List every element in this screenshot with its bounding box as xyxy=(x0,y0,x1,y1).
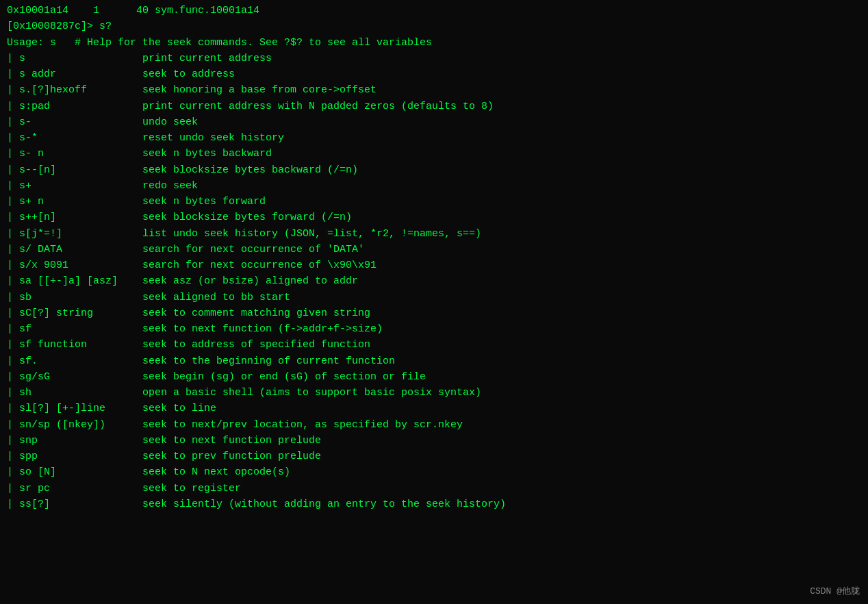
terminal: 0x10001a14 1 40 sym.func.10001a14 [0x100… xyxy=(0,0,868,604)
line-s: | s print current address xyxy=(3,51,868,66)
line-s-nb: | s--[n] seek blocksize bytes backward (… xyxy=(3,162,868,178)
line-sr: | sr pc seek to register xyxy=(3,481,868,496)
line-s-pad: | s:pad print current address with N pad… xyxy=(3,99,868,114)
line-sg: | sg/sG seek begin (sg) or end (sG) of s… xyxy=(3,369,868,385)
line-s-plusn: | s+ n seek n bytes forward xyxy=(3,194,868,210)
line-sfdot: | sf. seek to the beginning of current f… xyxy=(3,353,868,369)
line-prompt: [0x10008287c]> s? xyxy=(3,18,868,34)
line-sdata: | s/ DATA search for next occurrence of … xyxy=(3,242,868,257)
line-sx: | s/x 9091 search for next occurrence of… xyxy=(3,257,868,273)
line-sl: | sl[?] [+-]line seek to line xyxy=(3,401,868,416)
line-sjson: | s[j*=!] list undo seek history (JSON, … xyxy=(3,226,868,242)
line-sa: | sa [[+-]a] [asz] seek asz (or bsize) a… xyxy=(3,273,868,289)
line-s-minus: | s- undo seek xyxy=(3,114,868,130)
line-ss: | ss[?] seek silently (without adding an… xyxy=(3,496,868,512)
line-sh: | sh open a basic shell (aims to support… xyxy=(3,385,868,401)
line-addr: 0x10001a14 1 40 sym.func.10001a14 xyxy=(3,3,868,18)
line-usage: Usage: s # Help for the seek commands. S… xyxy=(3,35,868,51)
watermark: CSDN @他胧 xyxy=(810,585,860,599)
line-s-star: | s-* reset undo seek history xyxy=(3,130,868,146)
line-s-plusp: | s++[n] seek blocksize bytes forward (/… xyxy=(3,210,868,225)
line-so: | so [N] seek to N next opcode(s) xyxy=(3,464,868,480)
line-snp: | snp seek to next function prelude xyxy=(3,433,868,449)
line-s-n: | s- n seek n bytes backward xyxy=(3,146,868,162)
line-s-plus: | s+ redo seek xyxy=(3,178,868,194)
line-s-addr: | s addr seek to address xyxy=(3,66,868,82)
line-sc: | sC[?] string seek to comment matching … xyxy=(3,305,868,321)
line-sffunc: | sf function seek to address of specifi… xyxy=(3,337,868,353)
line-spp: | spp seek to prev function prelude xyxy=(3,449,868,464)
line-sf: | sf seek to next function (f->addr+f->s… xyxy=(3,321,868,337)
line-sb: | sb seek aligned to bb start xyxy=(3,290,868,305)
line-s-hex: | s.[?]hexoff seek honoring a base from … xyxy=(3,82,868,98)
line-sn: | sn/sp ([nkey]) seek to next/prev locat… xyxy=(3,417,868,433)
